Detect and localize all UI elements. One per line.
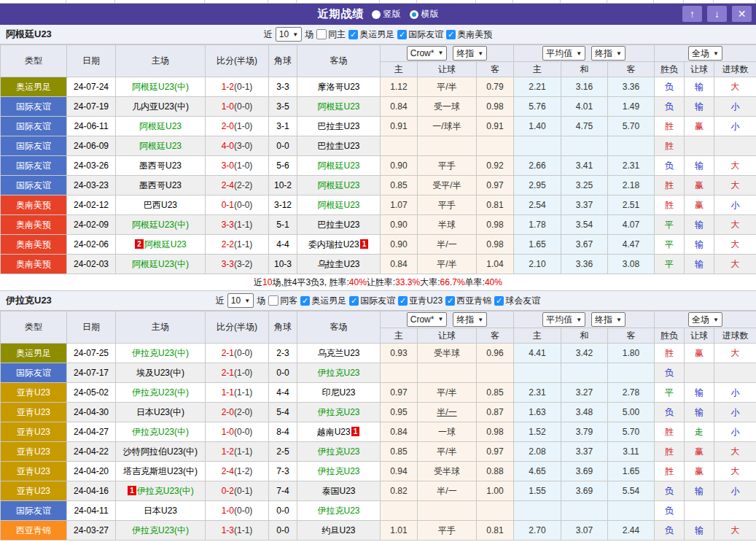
layout-radio-horizontal[interactable]: 横版	[410, 8, 439, 20]
dropdown-Crow*[interactable]: Crow*▼	[407, 46, 448, 61]
league-checkbox[interactable]: ✓	[446, 30, 456, 39]
odds-home: 0.91	[381, 117, 418, 136]
dropdown-终指[interactable]: 终指▼	[453, 46, 487, 61]
result-handicap	[685, 501, 714, 521]
dropdown-终指[interactable]: 终指▼	[591, 46, 626, 61]
result-goals	[714, 501, 756, 521]
avg-home: 1.63	[514, 403, 561, 422]
corners: 3-3	[269, 77, 297, 97]
result-goals: 大	[714, 156, 756, 176]
score: 2-4(2-2)	[206, 176, 269, 195]
match-type-badge: 亚青U23	[1, 422, 67, 442]
strip-cell	[417, 0, 476, 3]
same-venue-filter[interactable]: 同客	[268, 295, 297, 307]
result-handicap: 输	[685, 97, 714, 117]
sub-col-header: 主	[381, 62, 418, 77]
corners: 5-6	[269, 156, 297, 176]
league-checkbox[interactable]: ✓	[445, 296, 455, 306]
league-filter[interactable]: ✓奥运男足	[300, 295, 346, 307]
same-venue-checkbox[interactable]	[316, 29, 327, 39]
league-checkbox[interactable]: ✓	[349, 296, 359, 306]
away-team-name: 委内瑞拉U23	[308, 239, 359, 249]
league-checkbox[interactable]: ✓	[348, 30, 358, 39]
corners: 10-3	[269, 255, 297, 274]
score: 1-0(0-0)	[206, 97, 269, 117]
filter-prefix-label: 近	[216, 295, 225, 307]
league-checkbox[interactable]: ✓	[494, 296, 504, 306]
match-type-badge: 国际友谊	[1, 97, 67, 117]
avg-draw: 3.42	[561, 344, 608, 363]
radio-dot	[412, 12, 416, 17]
half-time-score: (1-1)	[234, 239, 252, 249]
home-team: 阿根廷U23	[116, 136, 206, 156]
corners: 2-3	[269, 344, 297, 363]
match-count-select[interactable]: 10▼	[227, 293, 254, 308]
match-count-select[interactable]: 10▼	[276, 27, 302, 42]
corners: 0-0	[269, 501, 297, 521]
match-row: 亚青U2324-04-20塔吉克斯坦U23(中)2-4(1-2)7-3伊拉克U2…	[1, 462, 756, 481]
match-count-select-value: 10	[279, 29, 289, 39]
result-wdl: 平	[655, 235, 685, 255]
home-team: 日本U23(中)	[116, 403, 206, 422]
dropdown-Crow*[interactable]: Crow*▼	[407, 312, 448, 327]
full-time-score: 1-2	[222, 82, 234, 92]
match-date: 24-03-26	[67, 156, 116, 176]
match-type-badge: 奥运男足	[1, 344, 67, 363]
result-handicap: 输	[685, 77, 714, 97]
strip-cell	[607, 0, 654, 3]
away-team-name: 印尼U23	[322, 387, 355, 398]
sub-col-header: 客	[608, 62, 655, 77]
match-date: 24-06-11	[67, 117, 116, 136]
half-time-score: (0-0)	[234, 200, 252, 210]
dropdown-平均值[interactable]: 平均值▼	[542, 46, 585, 61]
dropdown-终指[interactable]: 终指▼	[453, 312, 487, 327]
move-up-button[interactable]: ↑	[682, 6, 702, 22]
league-checkbox[interactable]: ✓	[398, 296, 408, 306]
away-team-name: 乌拉圭U23	[317, 259, 359, 269]
league-checkbox[interactable]: ✓	[397, 30, 407, 39]
chevron-down-icon: ▼	[576, 50, 582, 57]
match-type-badge: 亚青U23	[1, 481, 67, 501]
full-time-score: 2-0	[222, 121, 234, 131]
league-filter[interactable]: ✓奥南美预	[446, 28, 492, 41]
league-filter[interactable]: ✓国际友谊	[349, 295, 395, 307]
close-icon[interactable]: ✕	[732, 6, 752, 22]
score: 3-0(1-0)	[206, 156, 269, 176]
filter-controls: 近10▼场同客✓奥运男足✓国际友谊✓亚青U23✓西亚青锦✓球会友谊	[216, 293, 540, 308]
dropdown-终指[interactable]: 终指▼	[591, 312, 626, 327]
strip-cell	[115, 0, 205, 3]
red-card-badge: 1	[128, 486, 136, 495]
result-wdl: 负	[655, 156, 685, 176]
avg-draw: 4.01	[561, 97, 608, 117]
summary-segment: 10	[262, 277, 272, 287]
sub-col-header: 主	[514, 328, 561, 344]
dropdown-全场[interactable]: 全场▼	[688, 312, 722, 327]
away-team-name: 摩洛哥U23	[317, 82, 359, 92]
result-handicap: 赢	[685, 176, 714, 195]
result-wdl: 胜	[655, 176, 685, 195]
league-checkbox[interactable]: ✓	[300, 296, 310, 306]
same-venue-checkbox[interactable]	[268, 295, 278, 306]
same-venue-filter[interactable]: 同主	[316, 28, 346, 41]
layout-radio-vertical[interactable]: 竖版	[372, 8, 401, 20]
league-filter[interactable]: ✓球会友谊	[494, 295, 540, 307]
league-filter[interactable]: ✓亚青U23	[398, 295, 443, 307]
away-team-name: 伊拉克U23	[317, 506, 359, 516]
league-filter[interactable]: ✓奥运男足	[348, 28, 394, 41]
match-type-badge: 奥南美预	[1, 195, 67, 215]
avg-draw: 3.48	[561, 403, 608, 422]
half-time-score: (1-1)	[234, 387, 252, 398]
home-team-name: 沙特阿拉伯U23(中)	[123, 446, 198, 457]
corners: 0-0	[269, 363, 297, 383]
away-team: 阿根廷U23	[297, 195, 381, 215]
matches-table: 类型日期主场比分(半场)角球客场Crow*▼终指▼平均值▼终指▼全场▼主让球客主…	[0, 44, 756, 274]
avg-home: 2.08	[514, 442, 561, 462]
odds-away: 0.85	[477, 383, 514, 403]
summary-segment: 近	[254, 276, 262, 289]
result-wdl: 胜	[655, 117, 685, 136]
dropdown-全场[interactable]: 全场▼	[688, 46, 722, 61]
league-filter[interactable]: ✓国际友谊	[397, 28, 443, 41]
league-filter[interactable]: ✓西亚青锦	[445, 295, 491, 307]
dropdown-平均值[interactable]: 平均值▼	[542, 312, 585, 327]
move-down-button[interactable]: ↓	[707, 6, 727, 22]
